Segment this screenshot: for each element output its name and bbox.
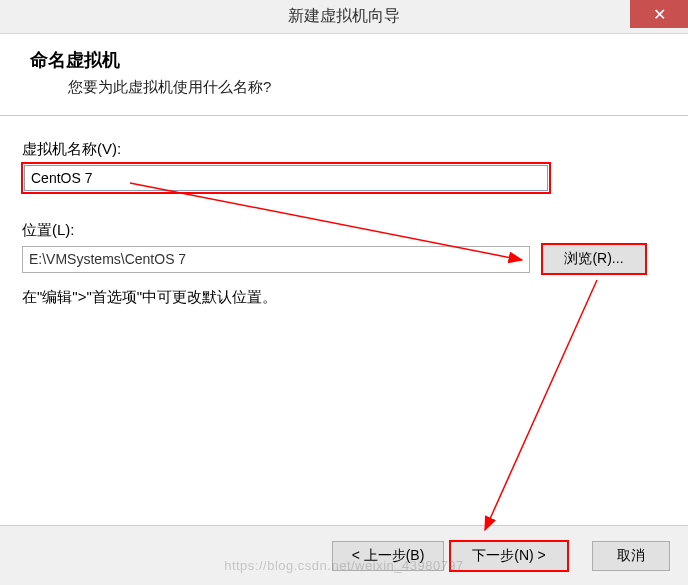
close-icon: ✕ [653, 5, 666, 24]
window-title: 新建虚拟机向导 [288, 6, 400, 27]
page-title: 命名虚拟机 [30, 48, 664, 72]
location-input[interactable] [22, 246, 530, 273]
next-button[interactable]: 下一步(N) > [450, 541, 568, 571]
cancel-button[interactable]: 取消 [592, 541, 670, 571]
arrow-to-next [485, 280, 597, 530]
titlebar: 新建虚拟机向导 ✕ [0, 0, 688, 34]
footer: < 上一步(B) 下一步(N) > 取消 [0, 525, 688, 585]
browse-button[interactable]: 浏览(R)... [542, 244, 646, 274]
vm-name-label: 虚拟机名称(V): [22, 140, 666, 159]
header: 命名虚拟机 您要为此虚拟机使用什么名称? [0, 34, 688, 116]
page-subtitle: 您要为此虚拟机使用什么名称? [68, 78, 664, 97]
location-label: 位置(L): [22, 221, 666, 240]
close-button[interactable]: ✕ [630, 0, 688, 28]
vm-name-input[interactable] [24, 165, 548, 191]
location-row: 浏览(R)... [22, 244, 666, 274]
back-button[interactable]: < 上一步(B) [332, 541, 444, 571]
hint-text: 在"编辑">"首选项"中可更改默认位置。 [22, 288, 666, 307]
content-area: 虚拟机名称(V): 位置(L): 浏览(R)... 在"编辑">"首选项"中可更… [0, 116, 688, 307]
vm-name-highlight [22, 163, 550, 193]
